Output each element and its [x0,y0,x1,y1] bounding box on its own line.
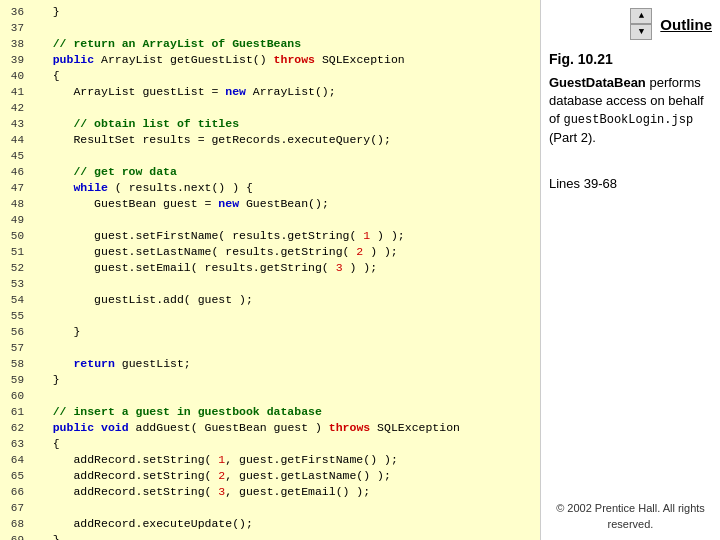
outline-header: ▲ ▼ Outline [549,8,712,40]
line-num-55: 55 [0,308,32,324]
code-line-56: 56 } [0,324,540,340]
class-name-label: GuestDataBean [549,75,646,90]
code-line-52: 52 guest.setEmail( results.getString( 3 … [0,260,540,276]
line-num-54: 54 [0,292,32,308]
line-code-40: { [32,68,60,84]
line-num-48: 48 [0,196,32,212]
code-line-60: 60 [0,388,540,404]
code-line-66: 66 addRecord.setString( 3, guest.getEmai… [0,484,540,500]
line-num-37: 37 [0,20,32,36]
line-num-66: 66 [0,484,32,500]
code-line-57: 57 [0,340,540,356]
line-num-58: 58 [0,356,32,372]
code-line-42: 42 [0,100,540,116]
line-code-47: while ( results.next() ) { [32,180,253,196]
code-line-36: 36 } [0,4,540,20]
line-num-69: 69 [0,532,32,540]
code-line-37: 37 [0,20,540,36]
line-code-43: // obtain list of titles [32,116,239,132]
line-num-43: 43 [0,116,32,132]
sidebar: ▲ ▼ Outline Fig. 10.21 GuestDataBean per… [540,0,720,540]
code-line-49: 49 [0,212,540,228]
code-line-68: 68 addRecord.executeUpdate(); [0,516,540,532]
line-num-53: 53 [0,276,32,292]
line-num-61: 61 [0,404,32,420]
line-code-36: } [32,4,60,20]
line-code-56: } [32,324,80,340]
line-code-57 [32,340,39,356]
line-num-63: 63 [0,436,32,452]
line-code-46: // get row data [32,164,177,180]
lines-reference: Lines 39-68 [549,175,712,193]
line-num-40: 40 [0,68,32,84]
code-line-53: 53 [0,276,540,292]
line-num-56: 56 [0,324,32,340]
line-code-49 [32,212,39,228]
line-num-60: 60 [0,388,32,404]
code-line-45: 45 [0,148,540,164]
line-code-67 [32,500,39,516]
line-num-51: 51 [0,244,32,260]
line-num-45: 45 [0,148,32,164]
code-line-65: 65 addRecord.setString( 2, guest.getLast… [0,468,540,484]
description-text-2: (Part 2). [549,130,596,145]
code-line-38: 38 // return an ArrayList of GuestBeans [0,36,540,52]
line-num-39: 39 [0,52,32,68]
line-code-39: public ArrayList getGuestList() throws S… [32,52,405,68]
line-code-50: guest.setFirstName( results.getString( 1… [32,228,405,244]
outline-nav-arrows: ▲ ▼ [630,8,652,40]
line-code-42 [32,100,39,116]
line-num-42: 42 [0,100,32,116]
line-code-58: return guestList; [32,356,191,372]
line-num-59: 59 [0,372,32,388]
line-num-57: 57 [0,340,32,356]
code-line-44: 44 ResultSet results = getRecords.execut… [0,132,540,148]
code-line-58: 58 return guestList; [0,356,540,372]
line-code-38: // return an ArrayList of GuestBeans [32,36,301,52]
code-line-48: 48 GuestBean guest = new GuestBean(); [0,196,540,212]
code-line-63: 63 { [0,436,540,452]
line-num-65: 65 [0,468,32,484]
code-line-50: 50 guest.setFirstName( results.getString… [0,228,540,244]
line-num-52: 52 [0,260,32,276]
line-num-68: 68 [0,516,32,532]
line-code-64: addRecord.setString( 1, guest.getFirstNa… [32,452,398,468]
line-num-49: 49 [0,212,32,228]
code-line-46: 46 // get row data [0,164,540,180]
line-num-47: 47 [0,180,32,196]
mono-filename: guestBookLogin.jsp [563,113,693,127]
code-line-62: 62 public void addGuest( GuestBean guest… [0,420,540,436]
code-line-47: 47 while ( results.next() ) { [0,180,540,196]
copyright-text: © 2002 Prentice Hall. All rights reserve… [549,501,712,532]
line-num-38: 38 [0,36,32,52]
line-code-60 [32,388,39,404]
code-line-39: 39 public ArrayList getGuestList() throw… [0,52,540,68]
line-num-64: 64 [0,452,32,468]
code-line-43: 43 // obtain list of titles [0,116,540,132]
code-line-69: 69 } [0,532,540,540]
line-num-50: 50 [0,228,32,244]
line-code-65: addRecord.setString( 2, guest.getLastNam… [32,468,391,484]
line-num-67: 67 [0,500,32,516]
line-num-46: 46 [0,164,32,180]
line-code-53 [32,276,39,292]
code-line-59: 59 } [0,372,540,388]
code-line-40: 40 { [0,68,540,84]
code-line-55: 55 [0,308,540,324]
line-num-36: 36 [0,4,32,20]
line-code-52: guest.setEmail( results.getString( 3 ) )… [32,260,377,276]
outline-down-button[interactable]: ▼ [630,24,652,40]
outline-title: Outline [660,16,712,33]
line-code-68: addRecord.executeUpdate(); [32,516,253,532]
line-code-66: addRecord.setString( 3, guest.getEmail()… [32,484,370,500]
code-panel: 36 } 37 38 // return an ArrayList of Gue… [0,0,540,540]
line-code-55 [32,308,39,324]
fig-title: Fig. 10.21 [549,50,712,70]
line-code-69: } [32,532,60,540]
line-code-59: } [32,372,60,388]
outline-up-button[interactable]: ▲ [630,8,652,24]
line-num-44: 44 [0,132,32,148]
line-code-61: // insert a guest in guestbook database [32,404,322,420]
line-num-62: 62 [0,420,32,436]
code-line-67: 67 [0,500,540,516]
